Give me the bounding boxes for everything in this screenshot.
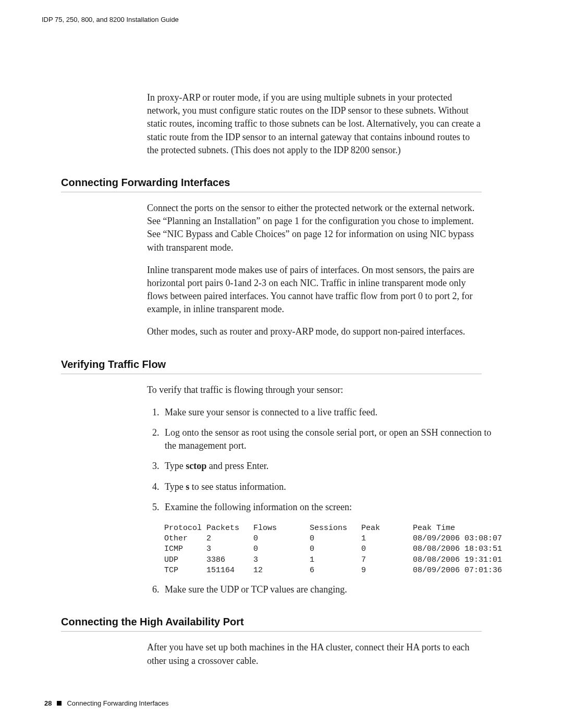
running-header: IDP 75, 250, 800, and 8200 Installation … xyxy=(42,16,519,23)
list-item: Make sure the UDP or TCP values are chan… xyxy=(162,583,495,596)
page-number: 28 xyxy=(44,699,52,707)
intro-paragraph: In proxy-ARP or router mode, if you are … xyxy=(147,91,481,157)
step-text: Type xyxy=(165,482,186,492)
body-paragraph: Other modes, such as router and proxy-AR… xyxy=(147,325,481,338)
step-text: to see status information. xyxy=(189,482,286,492)
list-item: Type s to see status information. xyxy=(162,480,495,493)
list-item: Make sure your sensor is connected to a … xyxy=(162,406,495,419)
footer-section-name: Connecting Forwarding Interfaces xyxy=(67,699,168,707)
page-footer: 28 Connecting Forwarding Interfaces xyxy=(44,699,169,707)
list-item: Examine the following information on the… xyxy=(162,501,495,514)
table-row: TCP 151164 12 6 9 08/09/2006 07:01:36 xyxy=(164,566,502,575)
section-heading-verifying-traffic: Verifying Traffic Flow xyxy=(61,359,519,371)
console-output: Protocol Packets Flows Sessions Peak Pea… xyxy=(164,523,519,576)
step-text: Type xyxy=(165,461,186,471)
table-row: Other 2 0 0 1 08/09/2006 03:08:07 xyxy=(164,534,502,543)
steps-list-continued: Make sure the UDP or TCP values are chan… xyxy=(147,583,495,596)
command-bold: sctop xyxy=(186,461,206,471)
steps-list: Make sure your sensor is connected to a … xyxy=(147,406,495,514)
body-paragraph: Inline transparent mode makes use of pai… xyxy=(147,264,481,316)
table-row: ICMP 3 0 0 0 08/08/2006 18:03:51 xyxy=(164,545,502,553)
section-rule xyxy=(61,631,482,632)
list-item: Type sctop and press Enter. xyxy=(162,460,495,473)
square-bullet-icon xyxy=(57,701,62,706)
body-paragraph: After you have set up both machines in t… xyxy=(147,641,481,667)
section-rule xyxy=(61,192,482,192)
table-header-row: Protocol Packets Flows Sessions Peak Pea… xyxy=(164,524,455,533)
list-item: Log onto the sensor as root using the co… xyxy=(162,426,495,452)
section-rule xyxy=(61,374,482,374)
step-text: and press Enter. xyxy=(206,461,268,471)
document-page: IDP 75, 250, 800, and 8200 Installation … xyxy=(0,0,563,728)
section-heading-connecting-forwarding: Connecting Forwarding Interfaces xyxy=(61,177,519,189)
body-paragraph: Connect the ports on the sensor to eithe… xyxy=(147,202,481,254)
body-paragraph: To verify that traffic is flowing throug… xyxy=(147,384,481,397)
table-row: UDP 3386 3 1 7 08/08/2006 19:31:01 xyxy=(164,556,502,564)
section-heading-ha-port: Connecting the High Availability Port xyxy=(61,616,519,628)
